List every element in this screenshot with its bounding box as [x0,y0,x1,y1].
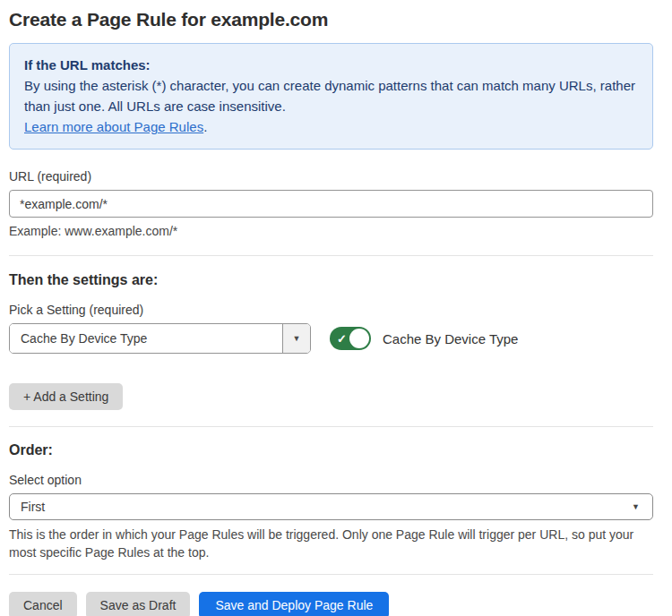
setting-dropdown[interactable]: Cache By Device Type ▼ [9,323,311,354]
save-deploy-button[interactable]: Save and Deploy Page Rule [199,592,389,616]
order-select-value: First [21,500,45,514]
info-box-heading: If the URL matches: [24,55,638,75]
pick-setting-label: Pick a Setting (required) [9,303,653,317]
setting-dropdown-value: Cache By Device Type [10,324,282,353]
caret-down-icon: ▼ [632,502,640,511]
divider-footer [9,574,653,575]
toggle-knob [349,329,369,348]
url-match-info-box: If the URL matches: By using the asteris… [9,43,653,150]
order-section-heading: Order: [9,442,653,458]
divider-url-settings [9,255,653,256]
learn-more-link[interactable]: Learn more about Page Rules [24,119,203,134]
order-select[interactable]: First ▼ [9,493,653,520]
url-input[interactable] [9,190,653,218]
save-draft-button[interactable]: Save as Draft [86,592,191,616]
setting-row: Cache By Device Type ▼ ✓ Cache By Device… [9,323,653,354]
cache-device-toggle[interactable]: ✓ [330,327,371,350]
url-field-example: Example: www.example.com/* [9,224,653,238]
check-icon: ✓ [337,333,347,345]
info-box-body: By using the asterisk (*) character, you… [24,75,638,116]
page-title: Create a Page Rule for example.com [9,9,653,30]
chevron-down-icon[interactable]: ▼ [282,324,310,353]
add-setting-button[interactable]: + Add a Setting [9,383,123,410]
cancel-button[interactable]: Cancel [9,592,77,616]
link-suffix: . [203,119,207,134]
settings-section-heading: Then the settings are: [9,272,653,288]
toggle-label: Cache By Device Type [383,331,518,346]
page-rule-form: Create a Page Rule for example.com If th… [0,0,672,616]
order-select-label: Select option [9,473,653,487]
info-box-link-line: Learn more about Page Rules. [24,116,638,137]
divider-settings-order [9,426,653,427]
order-helper-text: This is the order in which your Page Rul… [9,526,653,561]
url-field-label: URL (required) [9,169,653,184]
footer-button-row: Cancel Save as Draft Save and Deploy Pag… [9,592,653,616]
